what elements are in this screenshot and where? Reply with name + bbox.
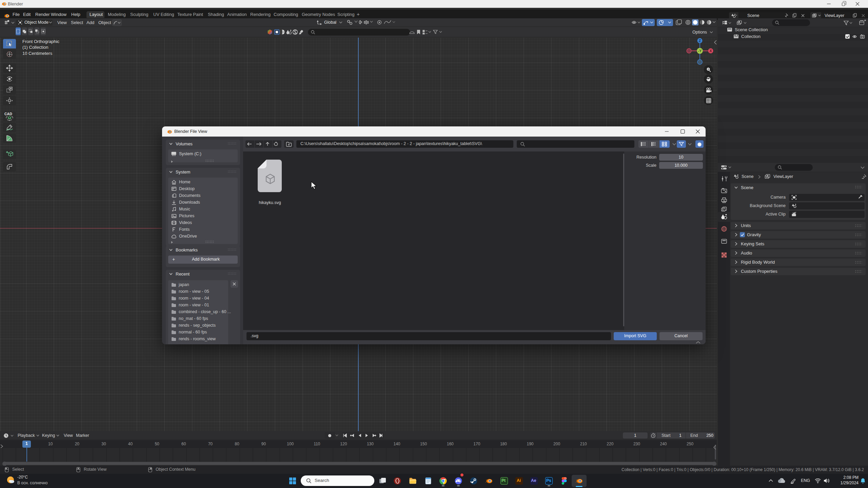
svg-text:Z: Z	[699, 39, 701, 43]
svg-text:X: X	[709, 49, 712, 53]
svg-text:-Y: -Y	[698, 49, 702, 53]
